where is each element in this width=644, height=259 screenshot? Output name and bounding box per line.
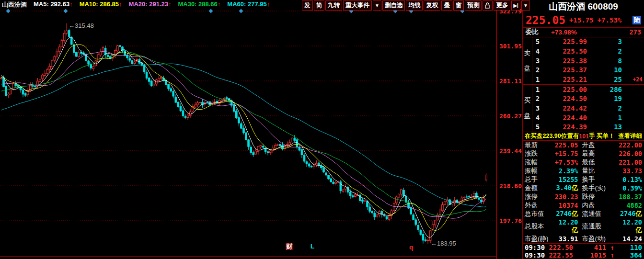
ma-lines-button[interactable]: 均线 (406, 0, 423, 11)
notice-text-2: 手 买单！ (589, 132, 614, 140)
marker-q[interactable]: q (409, 244, 413, 251)
stats-row-2: 涨幅+7.53%最低221.00 (525, 158, 642, 167)
level-volume: 25 (587, 76, 629, 83)
tick-time: 09:30 (525, 251, 547, 259)
last-price: 225.05 (526, 14, 565, 26)
price-axis-label: 218.60 (499, 182, 521, 190)
level-volume: 3 (587, 38, 629, 45)
level-volume: 10 (587, 66, 629, 74)
tick-queue: 110 (614, 244, 642, 251)
view-details-link[interactable]: 查看详细 (618, 132, 642, 140)
level-price[interactable]: 225.50 (543, 47, 587, 55)
stat-label: 换手(实) (578, 184, 617, 192)
tick-volume: 411 ↑ (573, 244, 614, 251)
overlay-button[interactable]: 叠 (441, 0, 452, 11)
level-number: 2 (532, 66, 543, 74)
stat-value: 10374 (552, 202, 578, 209)
stat-value: 2746亿 (617, 210, 643, 218)
lock-icon (485, 2, 490, 9)
level-price[interactable]: 225.21 (543, 76, 587, 83)
stat-value: 0.39% (617, 184, 643, 192)
notice-text: 在买盘223.90位置有 (525, 132, 579, 140)
stat-label: 涨停 (525, 192, 552, 201)
chart-canvas[interactable]: ←315.48←183.95财Lq (0, 0, 522, 259)
tick-time: 09:30 (525, 244, 547, 251)
stats-row-8: 总市值2746亿流通值2746亿 (525, 210, 642, 218)
forecast-button[interactable]: 预测 (465, 0, 482, 11)
more-button[interactable]: 更多 (494, 0, 510, 11)
weibi-diff: 273 (630, 28, 641, 36)
event-diamond-icon[interactable] (208, 9, 213, 13)
tick-row-0: 09:30222.50411 ↑110 (523, 244, 644, 251)
stats-row-4: 总手15255换手0.13% (525, 175, 642, 184)
level-price[interactable]: 225.99 (543, 38, 587, 45)
stat-value: 226.00 (617, 150, 643, 158)
weibi-label: 委比 (526, 28, 539, 36)
ask-level-5[interactable]: 5225.993 (532, 37, 644, 47)
fa-button[interactable]: 发 (302, 0, 313, 11)
stat-label: 振幅 (525, 167, 552, 175)
ask-level-2[interactable]: 2225.3710 (532, 66, 644, 75)
stats-row-3: 振幅2.39%量比33.73 (525, 167, 642, 175)
sell-side-label: 卖盘 (523, 37, 532, 84)
major-events-button[interactable]: 重大事件 (343, 0, 372, 11)
nine-turn-button[interactable]: 九转 (325, 0, 342, 11)
tick-price: 222.55 (547, 251, 573, 259)
bid-level-5[interactable]: 5224.3913 (532, 122, 644, 132)
adjust-price-button[interactable]: 复权 (424, 0, 440, 11)
bid-level-1[interactable]: 1225.00286 (532, 85, 644, 94)
level-price[interactable]: 224.42 (543, 104, 587, 112)
level-price[interactable]: 225.38 (543, 57, 587, 65)
level-price[interactable]: 224.40 (543, 114, 587, 122)
level-price[interactable]: 224.39 (543, 123, 587, 131)
lu-stock-connect-badge: 陆 (632, 16, 641, 24)
next-page-button[interactable]: ▶| (511, 0, 520, 11)
stat-label: 总股本 (525, 222, 552, 231)
up-arrow-icon: ↑ (119, 0, 122, 8)
stat-value: +15.75 (552, 150, 578, 158)
event-diamond-icon[interactable] (63, 9, 68, 13)
ask-level-3[interactable]: 3225.388 (532, 56, 644, 66)
bid-level-3[interactable]: 3224.422 (532, 103, 644, 113)
bid-level-2[interactable]: 2224.5019 (532, 94, 644, 103)
ma-legend-item-2: MA20: 291.23↑ (129, 0, 172, 9)
price-change: +15.75 (569, 16, 594, 24)
marker-L[interactable]: L (310, 243, 314, 250)
level-volume: 1 (587, 114, 629, 122)
level-number: 2 (532, 95, 543, 102)
stat-value: 15255 (552, 176, 578, 183)
stat-label: 总市值 (525, 210, 552, 218)
level-price[interactable]: 225.37 (543, 66, 587, 74)
stat-label: 最低 (578, 158, 617, 167)
tick-queue: 364 (614, 251, 642, 259)
bid-level-4[interactable]: 4224.401 (532, 113, 644, 123)
marker-cai[interactable]: 财 (286, 243, 293, 250)
level-number: 3 (532, 57, 543, 65)
ask-level-4[interactable]: 4225.502 (532, 46, 644, 56)
level-price[interactable]: 224.50 (543, 95, 587, 102)
level-number: 1 (532, 86, 543, 93)
price-axis-label: 197.76 (499, 217, 521, 225)
price-axis-label: 239.44 (499, 147, 521, 155)
remove-watchlist-button[interactable]: 删自选 (382, 0, 405, 11)
ma10-line (1, 45, 486, 230)
level-number: 1 (532, 76, 543, 83)
dropdown-button[interactable]: ▼ (521, 0, 530, 11)
candlestick-chart[interactable]: ←315.48←183.95财Lq 山西汾酒MA5: 292.63↑MA10: … (0, 0, 522, 259)
jian-button[interactable]: 简 (314, 0, 325, 11)
major-events-dropdown[interactable]: ▼ (373, 0, 381, 11)
tick-volume: 1015 ↑ (573, 251, 614, 259)
stat-value: 12.20亿 (617, 218, 643, 235)
event-diamond-icon[interactable] (6, 9, 10, 13)
ask-level-1[interactable]: 1225.2125+24 (532, 75, 644, 84)
level-price[interactable]: 225.00 (543, 86, 587, 93)
up-arrow-icon: ↑ (168, 0, 172, 8)
lock-button[interactable] (483, 0, 493, 11)
stat-label: 涨幅 (525, 158, 552, 167)
window-button[interactable]: 窗 (453, 0, 464, 11)
stat-label: 金额 (525, 184, 552, 192)
weibi-value: +73.98% (551, 29, 577, 36)
event-diamond-icon[interactable] (239, 9, 243, 13)
stat-label: 量比 (578, 167, 617, 175)
stat-label: 市盈(静) (525, 235, 552, 243)
